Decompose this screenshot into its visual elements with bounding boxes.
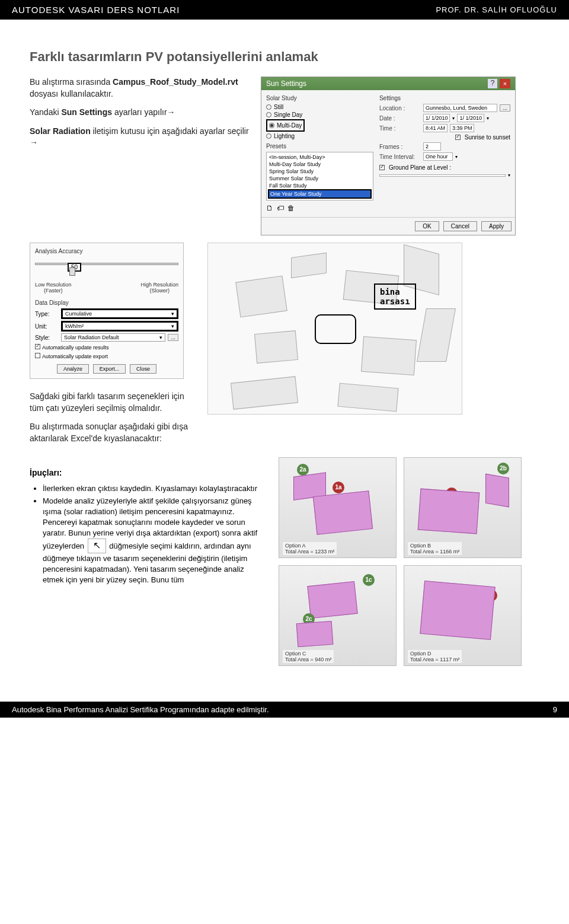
tips-list: İlerlerken ekran çıktısı kaydedin. Kıyas…	[30, 483, 267, 585]
ground-label: Ground Plane at Level :	[389, 164, 451, 171]
sunrise-label: Sunrise to sunset	[465, 134, 510, 141]
badge: 2b	[497, 463, 509, 474]
auto-results-label: Automatically update results	[42, 345, 109, 351]
mid-p1: Sağdaki gibi farklı tasarım seçenekleri …	[30, 391, 196, 414]
type-label: Type:	[35, 311, 59, 317]
header-left: AUTODESK VASARI DERS NOTLARI	[12, 5, 180, 15]
page-number: 9	[553, 705, 557, 714]
campus-map: bina arsası	[207, 243, 462, 415]
date-to[interactable]: 1/ 1/2010	[457, 114, 484, 122]
delete-icon[interactable]: 🗑	[287, 204, 295, 212]
badge: 1a	[333, 482, 344, 493]
location-input[interactable]: Gunnesbo, Lund, Sweden	[423, 104, 498, 112]
auto-export-check[interactable]	[35, 353, 40, 358]
date-from[interactable]: 1/ 1/2010	[423, 114, 450, 122]
date-label: Date :	[379, 115, 421, 122]
cursor-icon: ↖	[88, 539, 106, 553]
footer-text: Autodesk Bina Performans Analizi Sertifi…	[12, 705, 269, 714]
option-caption: Option ATotal Area = 1233 m²	[283, 542, 337, 555]
option-b-image: 2b 1b Option BTotal Area = 1166 m²	[404, 457, 522, 558]
tip-item: Modelde analiz yüzeyleriyle aktif şekild…	[43, 496, 267, 586]
interval-label: Time Interval:	[379, 154, 421, 160]
header-bar: AUTODESK VASARI DERS NOTLARI PROF. DR. S…	[0, 0, 569, 20]
close-icon[interactable]: ×	[500, 79, 510, 88]
frames-label: Frames :	[379, 144, 421, 150]
preset-item[interactable]: Summer Solar Study	[268, 175, 372, 182]
map-label: bina arsası	[374, 283, 416, 310]
ground-check[interactable]	[379, 165, 385, 170]
close-button[interactable]: Close	[130, 364, 156, 374]
auto-results-check[interactable]	[35, 344, 40, 349]
header-right: PROF. DR. SALİH OFLUOĞLU	[436, 5, 557, 14]
solar-study-label: Solar Study	[266, 95, 373, 101]
text: ayarları yapılır→	[112, 107, 175, 117]
radio-multi-day[interactable]: Multi-Day	[269, 122, 302, 129]
style-select[interactable]: Solar Radiation Default▾	[61, 333, 165, 342]
radio-label: Multi-Day	[277, 122, 302, 129]
mid-p2: Bu alıştırmada sonuçlar aşağıdaki gibi d…	[30, 421, 196, 444]
time-label: Time :	[379, 125, 421, 132]
radio-label: Single Day	[274, 111, 302, 118]
option-caption: Option BTotal Area = 1166 m²	[408, 542, 462, 555]
filename: Campus_Roof_Study_Model.rvt	[113, 77, 238, 87]
unit-select[interactable]: kWh/m²▾	[61, 321, 178, 332]
auto-export-label: Automatically update export	[42, 353, 108, 359]
preset-item[interactable]: <In-session, Multi-Day>	[268, 154, 372, 161]
frames-input[interactable]: 2	[423, 142, 441, 151]
location-browse[interactable]: ...	[500, 104, 510, 111]
apply-button[interactable]: Apply	[481, 221, 512, 231]
text: Solar Radiation	[30, 126, 91, 136]
ground-level-input[interactable]	[379, 174, 506, 177]
option-a-image: 2a 1a Option ATotal Area = 1233 m²	[279, 457, 397, 558]
radio-lighting[interactable]: Lighting	[266, 133, 373, 139]
low-label: Low Resolution (Faster)	[35, 282, 72, 294]
time-to[interactable]: 3:39 PM	[450, 124, 475, 132]
highlight-box	[315, 314, 356, 344]
footer-bar: Autodesk Bina Performans Analizi Sertifi…	[0, 702, 569, 718]
preset-item[interactable]: Spring Solar Study	[268, 168, 372, 175]
radio-single-day[interactable]: Single Day	[266, 111, 373, 118]
dialog-titlebar: Sun Settings ? ×	[261, 77, 515, 90]
tip-item: İlerlerken ekran çıktısı kaydedin. Kıyas…	[43, 483, 267, 494]
tips-title: İpuçları:	[30, 468, 267, 477]
ok-button[interactable]: OK	[415, 221, 439, 231]
dialog-buttons: OK Cancel Apply	[261, 217, 515, 235]
text: Bu alıştırma sırasında	[30, 77, 113, 87]
text: Yandaki	[30, 107, 61, 117]
preset-item[interactable]: Fall Solar Study	[268, 182, 372, 189]
presets-list[interactable]: <In-session, Multi-Day> Multi-Day Solar …	[266, 152, 373, 200]
accuracy-slider[interactable]: 50	[35, 263, 178, 281]
sun-settings-dialog: Sun Settings ? × Solar Study Still Singl…	[261, 77, 516, 235]
intro-p2: Yandaki Sun Settings ayarları yapılır→	[30, 107, 249, 119]
unit-label: Unit:	[35, 323, 59, 330]
slider-handle[interactable]	[69, 267, 75, 276]
preset-item[interactable]: Multi-Day Solar Study	[268, 161, 372, 168]
sunrise-check[interactable]	[455, 135, 461, 140]
style-browse[interactable]: ...	[168, 334, 178, 341]
preset-item-selected[interactable]: One Year Solar Study	[268, 189, 372, 199]
data-display-label: Data Display	[35, 299, 178, 306]
analysis-accuracy-label: Analysis Accuracy	[35, 248, 178, 254]
option-c-image: 1c 2c Option CTotal Area = 940 m²	[279, 565, 397, 666]
copy-icon[interactable]: 🗋	[266, 204, 273, 212]
radio-still[interactable]: Still	[266, 104, 373, 110]
option-caption: Option DTotal Area = 1117 m²	[408, 650, 462, 663]
rename-icon[interactable]: 🏷	[277, 204, 284, 212]
export-button[interactable]: Export...	[93, 364, 126, 374]
cancel-button[interactable]: Cancel	[443, 221, 477, 231]
type-select[interactable]: Cumulative▾	[61, 308, 178, 319]
analysis-panel: Analysis Accuracy 50 Low Resolution (Fas…	[30, 243, 184, 379]
option-d-image: 1d Option DTotal Area = 1117 m²	[404, 565, 522, 666]
interval-input[interactable]: One hour	[423, 152, 453, 161]
style-label: Style:	[35, 334, 59, 341]
analyze-button[interactable]: Analyze	[57, 364, 89, 374]
text: Sun Settings	[61, 107, 112, 117]
help-icon[interactable]: ?	[488, 79, 497, 88]
badge: 2a	[297, 464, 309, 476]
time-from[interactable]: 8:41 AM	[423, 124, 447, 132]
high-label: High Resolution (Slower)	[140, 282, 178, 294]
intro-p3: Solar Radiation iletişim kutusu için aşa…	[30, 126, 249, 149]
radio-label: Lighting	[274, 133, 295, 139]
option-caption: Option CTotal Area = 940 m²	[283, 650, 334, 663]
presets-label: Presets	[266, 143, 373, 149]
